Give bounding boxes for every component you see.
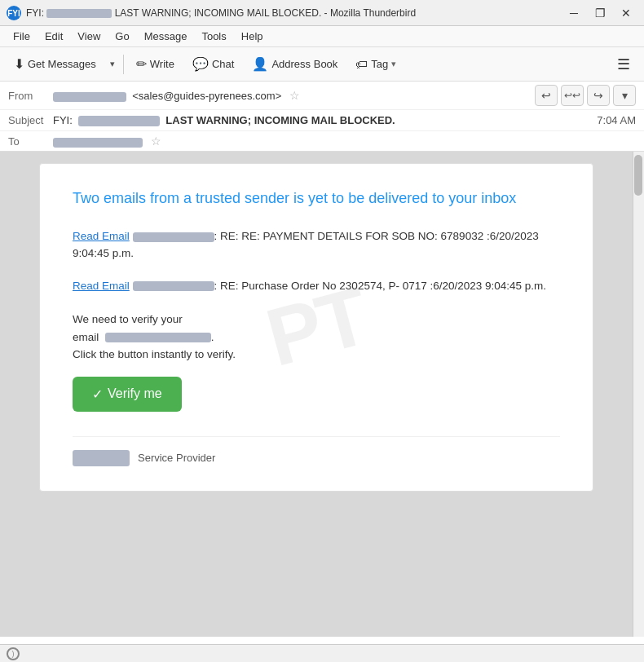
entry1-separator <box>130 230 133 242</box>
from-label: From <box>8 90 53 102</box>
to-value: ☆ <box>53 135 161 148</box>
svg-text:FYI: FYI <box>7 9 20 18</box>
hamburger-menu-button[interactable]: ☰ <box>610 51 637 77</box>
email-actions: ↩ ↩↩ ↪ ▾ <box>535 85 636 106</box>
email-entry-1: Read Email : RE: RE: PAYMENT DETAILS FOR… <box>73 228 560 262</box>
entry1-sender-blurred <box>133 232 214 242</box>
verify-section: We need to verify your email . Click the… <box>73 311 560 412</box>
service-provider-logo <box>73 450 130 466</box>
menu-tools[interactable]: Tools <box>195 29 232 44</box>
tag-button[interactable]: 🏷 Tag ▾ <box>348 53 404 75</box>
forward-button[interactable]: ↪ <box>587 85 610 106</box>
restore-button[interactable]: ❐ <box>589 4 611 22</box>
entry2-sender-blurred <box>133 281 214 291</box>
reply-button[interactable]: ↩ <box>535 85 558 106</box>
tag-label: Tag <box>371 58 388 70</box>
email-heading: Two emails from a trusted sender is yet … <box>73 188 560 209</box>
read-email-link-2[interactable]: Read Email <box>73 280 130 292</box>
menu-edit[interactable]: Edit <box>38 29 69 44</box>
more-actions-button[interactable]: ▾ <box>613 85 636 106</box>
get-messages-button[interactable]: ⬇ Get Messages <box>7 52 104 76</box>
email-header: From <sales@guides-pyrenees.com> ☆ ↩ ↩↩ … <box>0 82 644 152</box>
verify-checkmark-icon: ✓ <box>92 386 103 402</box>
tag-dropdown-arrow: ▾ <box>391 59 396 69</box>
get-messages-dropdown[interactable]: ▾ <box>107 55 118 73</box>
write-icon: ✏ <box>136 56 147 72</box>
write-button[interactable]: ✏ Write <box>129 52 182 76</box>
email-time: 7:04 AM <box>597 114 636 126</box>
menu-file[interactable]: File <box>7 29 37 44</box>
chat-icon: 💬 <box>192 56 209 72</box>
to-star-icon[interactable]: ☆ <box>151 135 161 148</box>
write-label: Write <box>150 58 174 70</box>
subject-row: Subject FYI: LAST WARNING; INCOMING MAIL… <box>0 110 644 131</box>
scrollbar-thumb[interactable] <box>634 155 642 196</box>
scrollbar-track[interactable] <box>633 152 644 637</box>
verify-me-label: Verify me <box>108 386 162 401</box>
verify-email-blurred <box>105 333 211 342</box>
menu-bar: File Edit View Go Message Tools Help <box>0 26 644 47</box>
title-bar: FYI FYI: LAST WARNING; INCOMING MAIL BLO… <box>0 0 644 26</box>
subject-prefix: FYI: <box>53 114 73 126</box>
status-bar: ) <box>0 644 644 662</box>
email-content-inner: Two emails from a trusted sender is yet … <box>73 188 560 466</box>
star-icon[interactable]: ☆ <box>289 89 300 102</box>
minimize-button[interactable]: ─ <box>562 4 585 22</box>
verify-period: . <box>211 331 214 343</box>
service-provider-text: Service Provider <box>138 452 215 464</box>
to-blurred <box>53 138 143 148</box>
email-entry-2: Read Email : RE: Purchase Order No 23025… <box>73 278 560 294</box>
from-email: <sales@guides-pyrenees.com> <box>132 90 281 102</box>
subject-value: FYI: LAST WARNING; INCOMING MAIL BLOCKED… <box>53 114 597 126</box>
menu-help[interactable]: Help <box>235 29 270 44</box>
chat-label: Chat <box>212 58 234 70</box>
reply-all-button[interactable]: ↩↩ <box>561 85 584 106</box>
from-row: From <sales@guides-pyrenees.com> ☆ ↩ ↩↩ … <box>0 82 644 110</box>
toolbar: ⬇ Get Messages ▾ ✏ Write 💬 Chat 👤 Addres… <box>0 47 644 82</box>
address-book-button[interactable]: 👤 Address Book <box>245 52 345 76</box>
from-name-blurred <box>53 92 126 102</box>
close-button[interactable]: ✕ <box>615 4 637 22</box>
to-row: To ☆ <box>0 131 644 151</box>
connection-status-icon: ) <box>7 647 20 660</box>
window-controls: ─ ❐ ✕ <box>562 4 637 22</box>
address-book-icon: 👤 <box>252 56 268 72</box>
verify-line1: We need to verify your <box>73 311 560 329</box>
verify-email-prefix: email <box>73 331 99 343</box>
read-email-link-1[interactable]: Read Email <box>73 230 130 242</box>
subject-warning: LAST WARNING; INCOMING MAIL BLOCKED. <box>165 114 395 126</box>
app-icon: FYI <box>7 6 21 20</box>
menu-go[interactable]: Go <box>108 29 135 44</box>
subject-blurred <box>78 116 160 126</box>
email-footer: Service Provider <box>73 436 560 466</box>
verify-line3: Click the button instantly to verify. <box>73 346 560 364</box>
menu-message[interactable]: Message <box>138 29 194 44</box>
tag-icon: 🏷 <box>355 57 368 71</box>
entry2-separator <box>130 280 133 292</box>
menu-view[interactable]: View <box>71 29 107 44</box>
get-messages-icon: ⬇ <box>14 56 24 72</box>
toolbar-sep-1 <box>123 55 124 74</box>
verify-me-button[interactable]: ✓ Verify me <box>73 377 182 412</box>
get-messages-label: Get Messages <box>28 58 96 70</box>
email-body-wrapper: PT Two emails from a trusted sender is y… <box>0 152 644 637</box>
verify-line2: email . <box>73 329 560 346</box>
from-value: <sales@guides-pyrenees.com> ☆ <box>53 89 535 102</box>
entry2-details: : RE: Purchase Order No 2302574, P- 0717… <box>214 280 547 292</box>
window-title: FYI: LAST WARNING; INCOMING MAIL BLOCKED… <box>26 7 416 19</box>
to-label: To <box>8 135 53 148</box>
address-book-label: Address Book <box>271 58 337 70</box>
chat-button[interactable]: 💬 Chat <box>185 52 241 76</box>
subject-label: Subject <box>8 114 53 126</box>
email-content-card: PT Two emails from a trusted sender is y… <box>39 163 593 492</box>
